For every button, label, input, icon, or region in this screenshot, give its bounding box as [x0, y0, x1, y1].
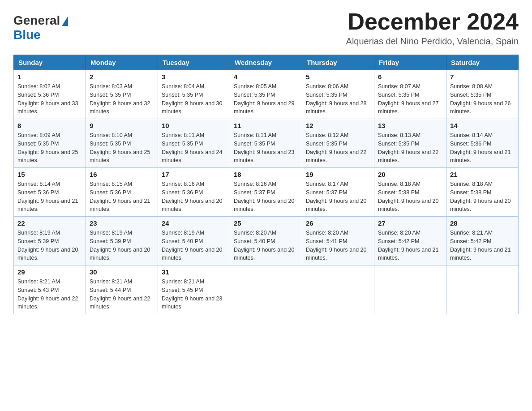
day-number: 9 — [90, 122, 154, 129]
day-number: 30 — [90, 268, 154, 276]
calendar-cell: 29Sunrise: 8:21 AMSunset: 5:43 PMDayligh… — [14, 265, 86, 314]
calendar-cell: 31Sunrise: 8:21 AMSunset: 5:45 PMDayligh… — [158, 265, 230, 314]
day-number: 3 — [162, 73, 226, 81]
calendar-cell: 30Sunrise: 8:21 AMSunset: 5:44 PMDayligh… — [86, 265, 158, 314]
day-info: Sunrise: 8:02 AMSunset: 5:36 PMDaylight:… — [17, 82, 82, 116]
day-info: Sunrise: 8:15 AMSunset: 5:36 PMDaylight:… — [90, 180, 154, 214]
day-info: Sunrise: 8:12 AMSunset: 5:35 PMDaylight:… — [306, 131, 370, 165]
calendar-cell — [302, 265, 374, 314]
calendar-cell: 17Sunrise: 8:16 AMSunset: 5:36 PMDayligh… — [158, 168, 230, 217]
day-number: 11 — [234, 122, 298, 129]
day-number: 5 — [306, 73, 370, 81]
calendar-cell — [230, 265, 302, 314]
week-row-1: 1Sunrise: 8:02 AMSunset: 5:36 PMDaylight… — [14, 70, 519, 119]
calendar-cell — [446, 265, 519, 314]
day-info: Sunrise: 8:08 AMSunset: 5:35 PMDaylight:… — [450, 82, 515, 116]
day-number: 26 — [306, 219, 370, 227]
calendar-cell: 16Sunrise: 8:15 AMSunset: 5:36 PMDayligh… — [86, 168, 158, 217]
day-number: 19 — [306, 171, 370, 178]
day-number: 6 — [378, 73, 442, 81]
month-title: December 2024 — [346, 9, 519, 34]
day-number: 20 — [378, 171, 442, 178]
day-number: 28 — [450, 219, 515, 227]
calendar-cell — [374, 265, 446, 314]
weekday-header-tuesday: Tuesday — [158, 55, 230, 70]
week-row-3: 15Sunrise: 8:14 AMSunset: 5:36 PMDayligh… — [14, 168, 519, 217]
calendar-cell: 20Sunrise: 8:18 AMSunset: 5:38 PMDayligh… — [374, 168, 446, 217]
week-row-4: 22Sunrise: 8:19 AMSunset: 5:39 PMDayligh… — [14, 217, 519, 265]
day-number: 23 — [90, 219, 154, 227]
calendar-cell: 13Sunrise: 8:13 AMSunset: 5:35 PMDayligh… — [374, 119, 446, 168]
day-info: Sunrise: 8:14 AMSunset: 5:36 PMDaylight:… — [450, 131, 515, 165]
day-number: 25 — [234, 219, 298, 227]
day-number: 10 — [162, 122, 226, 129]
day-number: 14 — [450, 122, 515, 129]
logo-blue-text: Blue — [13, 28, 41, 42]
calendar-cell: 23Sunrise: 8:19 AMSunset: 5:39 PMDayligh… — [86, 217, 158, 265]
calendar-cell: 6Sunrise: 8:07 AMSunset: 5:35 PMDaylight… — [374, 70, 446, 119]
day-number: 24 — [162, 219, 226, 227]
day-info: Sunrise: 8:20 AMSunset: 5:41 PMDaylight:… — [306, 229, 370, 262]
day-info: Sunrise: 8:17 AMSunset: 5:37 PMDaylight:… — [306, 180, 370, 214]
day-info: Sunrise: 8:19 AMSunset: 5:40 PMDaylight:… — [162, 229, 226, 262]
calendar-cell: 26Sunrise: 8:20 AMSunset: 5:41 PMDayligh… — [302, 217, 374, 265]
logo: General Blue — [13, 13, 68, 42]
day-number: 22 — [17, 219, 82, 227]
day-info: Sunrise: 8:21 AMSunset: 5:43 PMDaylight:… — [17, 278, 82, 311]
calendar-cell: 18Sunrise: 8:16 AMSunset: 5:37 PMDayligh… — [230, 168, 302, 217]
day-number: 17 — [162, 171, 226, 178]
day-number: 16 — [90, 171, 154, 178]
day-number: 31 — [162, 268, 226, 276]
day-number: 27 — [378, 219, 442, 227]
calendar-cell: 19Sunrise: 8:17 AMSunset: 5:37 PMDayligh… — [302, 168, 374, 217]
weekday-header-friday: Friday — [374, 55, 446, 70]
calendar-cell: 12Sunrise: 8:12 AMSunset: 5:35 PMDayligh… — [302, 119, 374, 168]
day-info: Sunrise: 8:14 AMSunset: 5:36 PMDaylight:… — [17, 180, 82, 214]
day-info: Sunrise: 8:09 AMSunset: 5:35 PMDaylight:… — [17, 131, 82, 165]
calendar-cell: 28Sunrise: 8:21 AMSunset: 5:42 PMDayligh… — [446, 217, 519, 265]
weekday-header-thursday: Thursday — [302, 55, 374, 70]
day-info: Sunrise: 8:07 AMSunset: 5:35 PMDaylight:… — [378, 82, 442, 116]
calendar-cell: 21Sunrise: 8:18 AMSunset: 5:38 PMDayligh… — [446, 168, 519, 217]
day-info: Sunrise: 8:13 AMSunset: 5:35 PMDaylight:… — [378, 131, 442, 165]
day-number: 8 — [17, 122, 82, 129]
day-info: Sunrise: 8:10 AMSunset: 5:35 PMDaylight:… — [90, 131, 154, 165]
week-row-2: 8Sunrise: 8:09 AMSunset: 5:35 PMDaylight… — [14, 119, 519, 168]
weekday-header-row: SundayMondayTuesdayWednesdayThursdayFrid… — [14, 55, 519, 70]
calendar-table: SundayMondayTuesdayWednesdayThursdayFrid… — [13, 55, 519, 314]
day-number: 13 — [378, 122, 442, 129]
day-info: Sunrise: 8:19 AMSunset: 5:39 PMDaylight:… — [17, 229, 82, 262]
day-info: Sunrise: 8:21 AMSunset: 5:44 PMDaylight:… — [90, 278, 154, 311]
calendar-cell: 2Sunrise: 8:03 AMSunset: 5:35 PMDaylight… — [86, 70, 158, 119]
day-number: 21 — [450, 171, 515, 178]
calendar-cell: 1Sunrise: 8:02 AMSunset: 5:36 PMDaylight… — [14, 70, 86, 119]
calendar-cell: 22Sunrise: 8:19 AMSunset: 5:39 PMDayligh… — [14, 217, 86, 265]
day-number: 1 — [17, 73, 82, 81]
day-info: Sunrise: 8:16 AMSunset: 5:36 PMDaylight:… — [162, 180, 226, 214]
weekday-header-monday: Monday — [86, 55, 158, 70]
logo-general-text: General — [13, 13, 60, 28]
weekday-header-saturday: Saturday — [446, 55, 519, 70]
day-info: Sunrise: 8:11 AMSunset: 5:35 PMDaylight:… — [234, 131, 298, 165]
week-row-5: 29Sunrise: 8:21 AMSunset: 5:43 PMDayligh… — [14, 265, 519, 314]
calendar-cell: 24Sunrise: 8:19 AMSunset: 5:40 PMDayligh… — [158, 217, 230, 265]
day-info: Sunrise: 8:19 AMSunset: 5:39 PMDaylight:… — [90, 229, 154, 262]
day-number: 15 — [17, 171, 82, 178]
day-info: Sunrise: 8:16 AMSunset: 5:37 PMDaylight:… — [234, 180, 298, 214]
day-info: Sunrise: 8:21 AMSunset: 5:42 PMDaylight:… — [450, 229, 515, 262]
page-header: General Blue December 2024 Alquerias del… — [13, 9, 519, 47]
location-title: Alquerias del Nino Perdido, Valencia, Sp… — [346, 36, 519, 47]
calendar-cell: 9Sunrise: 8:10 AMSunset: 5:35 PMDaylight… — [86, 119, 158, 168]
day-number: 29 — [17, 268, 82, 276]
logo-triangle-icon — [62, 16, 68, 26]
calendar-cell: 3Sunrise: 8:04 AMSunset: 5:35 PMDaylight… — [158, 70, 230, 119]
calendar-cell: 27Sunrise: 8:20 AMSunset: 5:42 PMDayligh… — [374, 217, 446, 265]
day-info: Sunrise: 8:18 AMSunset: 5:38 PMDaylight:… — [378, 180, 442, 214]
calendar-cell: 25Sunrise: 8:20 AMSunset: 5:40 PMDayligh… — [230, 217, 302, 265]
calendar-cell: 8Sunrise: 8:09 AMSunset: 5:35 PMDaylight… — [14, 119, 86, 168]
day-number: 4 — [234, 73, 298, 81]
weekday-header-wednesday: Wednesday — [230, 55, 302, 70]
calendar-cell: 7Sunrise: 8:08 AMSunset: 5:35 PMDaylight… — [446, 70, 519, 119]
calendar-cell: 14Sunrise: 8:14 AMSunset: 5:36 PMDayligh… — [446, 119, 519, 168]
day-number: 2 — [90, 73, 154, 81]
